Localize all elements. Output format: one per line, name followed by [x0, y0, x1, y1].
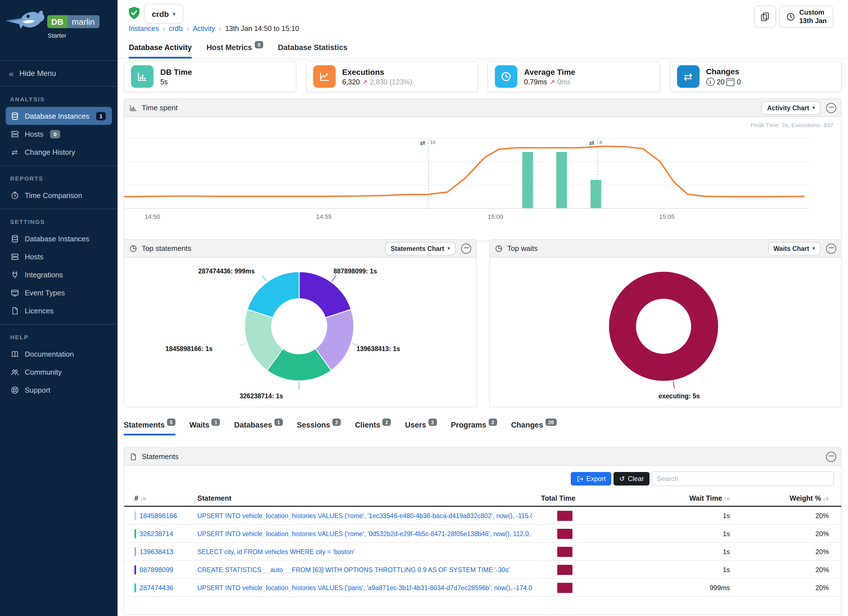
logo[interactable]: DB marlin Starter: [0, 0, 117, 61]
column-header-weight[interactable]: Weight %↓≡: [761, 494, 829, 502]
wait-time-value: 999ms: [617, 584, 752, 592]
column-header-num[interactable]: #↓≡: [134, 494, 188, 502]
calendar-icon: [727, 78, 735, 86]
kpi-average-time[interactable]: Average Time 0.79ms ↗ 0ms: [488, 61, 660, 92]
statement-id-link[interactable]: 887898099: [139, 566, 173, 573]
sidebar-item-event-types[interactable]: Event Types: [6, 284, 112, 301]
activity-chart-dropdown[interactable]: Activity Chart ▾: [761, 101, 820, 114]
statement-link[interactable]: CREATE STATISTICS __auto__ FROM [63] WIT…: [197, 566, 532, 573]
table-header-row: #↓≡ Statement Total Time Wait Time↑≡ Wei…: [124, 491, 841, 507]
hide-menu-label: Hide Menu: [19, 69, 56, 78]
info-icon: i: [706, 78, 715, 86]
sidebar-item-settings-database-instances[interactable]: Database Instances: [6, 230, 112, 248]
kpi-cards: DB Time 5s Executions 6,320 ↗ 2,830 (123…: [124, 61, 842, 92]
sidebar-item-community[interactable]: Community: [6, 363, 112, 381]
collapse-panel-button[interactable]: [826, 451, 836, 462]
edition-label: Starter: [48, 32, 66, 39]
breadcrumb-activity[interactable]: Activity: [193, 25, 215, 33]
sidebar-item-licences[interactable]: Licences: [6, 301, 112, 319]
range-line2: 13th Jan: [799, 16, 827, 24]
table-row: 287474436 UPSERT INTO vehicle_location_h…: [124, 579, 841, 597]
sidebar-item-time-comparison[interactable]: Time Comparison: [6, 186, 112, 204]
total-time-bar: [557, 546, 572, 557]
sidebar-item-label: Documentation: [25, 350, 74, 358]
tab-host-metrics[interactable]: Host Metrics0: [206, 43, 263, 58]
breadcrumb-instances[interactable]: Instances: [129, 25, 159, 33]
sort-desc-icon: ↓≡: [823, 496, 829, 502]
tab-users[interactable]: Users2: [405, 421, 437, 435]
instance-selector[interactable]: crdb ▾: [144, 4, 183, 24]
wait-time-value: 1s: [617, 512, 752, 520]
tab-databases[interactable]: Databases1: [234, 421, 283, 435]
breadcrumb-separator: ›: [163, 25, 165, 33]
table-row: 326238714 UPSERT INTO vehicle_location_h…: [124, 525, 841, 543]
export-button[interactable]: Export: [571, 472, 611, 485]
kpi-db-time[interactable]: DB Time 5s: [124, 61, 296, 92]
statement-id-link[interactable]: 287474436: [139, 584, 173, 592]
count-badge: 1: [96, 112, 106, 120]
count-badge: 1: [274, 419, 283, 426]
copy-link-button[interactable]: [755, 6, 776, 28]
health-shield-icon: [127, 6, 141, 20]
server-icon: [10, 252, 19, 261]
chevron-down-icon: ▾: [448, 246, 450, 251]
sidebar-item-label: Hosts: [25, 252, 43, 261]
tab-sessions[interactable]: Sessions2: [297, 421, 341, 435]
statements-chart-dropdown[interactable]: Statements Chart ▾: [385, 242, 455, 255]
time-range-button[interactable]: Custom 13th Jan: [780, 6, 833, 28]
sidebar-item-integrations[interactable]: Integrations: [6, 266, 112, 284]
pie-chart-icon: [495, 245, 503, 252]
kpi-info-count: 20: [717, 78, 725, 86]
tab-programs[interactable]: Programs2: [451, 421, 497, 435]
column-header-total-time[interactable]: Total Time: [541, 494, 608, 502]
trend-up-icon: ↗: [362, 78, 368, 86]
change-arrows-icon: ⇄: [677, 65, 699, 88]
tab-database-statistics[interactable]: Database Statistics: [278, 43, 347, 58]
count-badge: 2: [382, 419, 391, 426]
breadcrumb-crdb[interactable]: crdb: [169, 25, 183, 33]
column-header-statement[interactable]: Statement: [197, 494, 532, 502]
sidebar-item-settings-hosts[interactable]: Hosts: [6, 248, 112, 266]
time-spent-chart[interactable]: ⇄16⇄414:5014:5515:0015:05: [124, 128, 821, 225]
sidebar-item-support[interactable]: Support: [6, 381, 112, 399]
statement-id-link[interactable]: 326238714: [139, 530, 173, 537]
statement-link[interactable]: SELECT city, id FROM vehicles WHERE city…: [197, 548, 532, 555]
tab-changes[interactable]: Changes20: [511, 421, 557, 435]
top-waits-donut[interactable]: [490, 258, 842, 407]
collapse-sidebar-icon: «: [9, 69, 14, 78]
column-header-wait-time[interactable]: Wait Time↑≡: [617, 494, 752, 502]
collapse-panel-button[interactable]: [826, 102, 836, 113]
statement-link[interactable]: UPSERT INTO vehicle_location_histories V…: [197, 530, 532, 537]
event-types-icon: [10, 288, 19, 297]
breadcrumb-separator: ›: [219, 25, 221, 33]
tab-label: Users: [405, 421, 426, 429]
kpi-changes[interactable]: ⇄ Changes i 20 0: [669, 61, 842, 92]
tab-statements[interactable]: Statements5: [124, 421, 175, 435]
sidebar-item-change-history[interactable]: ⇄ Change History: [6, 143, 112, 161]
search-input[interactable]: [652, 471, 834, 486]
tab-waits[interactable]: Waits1: [190, 421, 220, 435]
time-spent-panel: Time spent Activity Chart ▾ Peak Time: 2…: [124, 98, 842, 241]
tab-label: Database Activity: [129, 43, 192, 52]
collapse-panel-button[interactable]: [461, 243, 471, 254]
count-badge: 0: [50, 130, 60, 138]
hide-menu-button[interactable]: « Hide Menu: [0, 61, 117, 87]
svg-text:14:55: 14:55: [316, 213, 332, 220]
statement-id-link[interactable]: 139638413: [139, 548, 173, 555]
sidebar-item-label: Event Types: [25, 288, 65, 297]
tab-database-activity[interactable]: Database Activity: [129, 43, 192, 58]
svg-text:4: 4: [599, 140, 602, 145]
top-statements-donut[interactable]: [124, 258, 476, 407]
tab-clients[interactable]: Clients2: [355, 421, 391, 435]
statement-link[interactable]: UPSERT INTO vehicle_location_histories V…: [197, 512, 532, 519]
kpi-executions[interactable]: Executions 6,320 ↗ 2,830 (123%): [305, 61, 478, 92]
collapse-panel-button[interactable]: [826, 243, 836, 254]
sidebar-item-documentation[interactable]: Documentation: [6, 345, 112, 363]
sidebar-item-hosts[interactable]: Hosts 0: [6, 125, 112, 143]
sidebar-item-database-instances[interactable]: Database Instances 1: [6, 107, 112, 125]
statement-id-link[interactable]: 1845898166: [139, 512, 177, 520]
waits-chart-dropdown[interactable]: Waits Chart ▾: [768, 242, 820, 255]
statement-link[interactable]: UPSERT INTO vehicle_location_histories V…: [197, 584, 532, 591]
clear-button[interactable]: ↺ Clear: [614, 472, 650, 485]
table-row: 139638413 SELECT city, id FROM vehicles …: [124, 543, 841, 561]
